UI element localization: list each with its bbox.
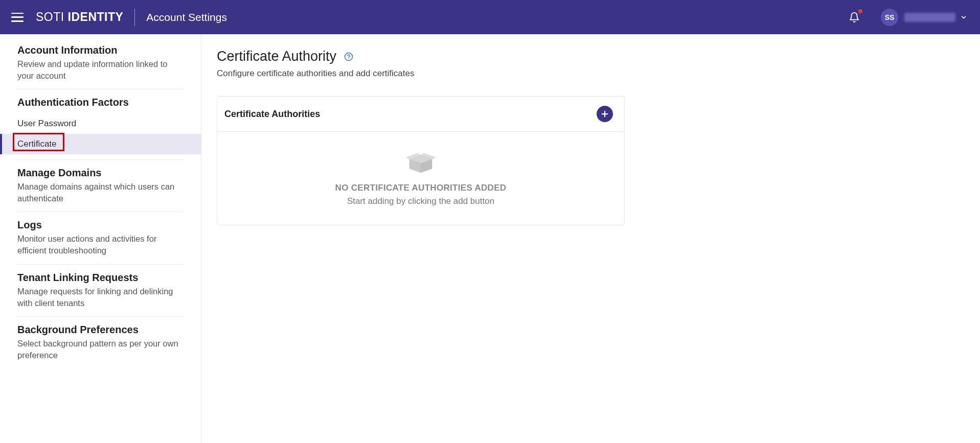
sidebar-item-tenant-linking-requests[interactable]: Tenant Linking Requests Manage requests … xyxy=(17,265,184,317)
logo-prefix: SOTI xyxy=(36,10,68,24)
sidebar: Account Information Review and update in… xyxy=(0,34,201,443)
sidebar-item-background-preferences[interactable]: Background Preferences Select background… xyxy=(17,317,184,368)
add-certificate-authority-button[interactable] xyxy=(597,106,613,122)
app-logo[interactable]: SOTI IDENTITY xyxy=(36,10,123,24)
sidebar-item-title: Background Preferences xyxy=(17,324,184,336)
logo-bold: IDENTITY xyxy=(68,10,124,24)
page-subtitle: Configure certificate authorities and ad… xyxy=(217,68,980,79)
sidebar-item-desc: Review and update information linked to … xyxy=(17,58,184,82)
certificate-authorities-card: Certificate Authorities xyxy=(217,96,625,225)
notification-dot xyxy=(858,9,862,13)
empty-state-title: NO CERTIFICATE AUTHORITIES ADDED xyxy=(227,183,614,193)
sidebar-item-label: Certificate xyxy=(17,139,57,149)
app-header: SOTI IDENTITY Account Settings SS xyxy=(0,0,980,34)
sidebar-item-account-information[interactable]: Account Information Review and update in… xyxy=(17,43,184,89)
avatar[interactable]: SS xyxy=(881,9,898,26)
avatar-initials: SS xyxy=(885,13,895,21)
sidebar-item-manage-domains[interactable]: Manage Domains Manage domains against wh… xyxy=(17,160,184,212)
header-divider xyxy=(134,9,135,26)
user-menu-toggle[interactable] xyxy=(960,13,968,21)
active-accent-bar xyxy=(0,134,2,154)
empty-box-icon xyxy=(405,149,436,174)
notifications-button[interactable] xyxy=(847,10,861,25)
help-button[interactable] xyxy=(344,52,354,62)
plus-icon xyxy=(600,109,609,119)
sidebar-item-title: Account Information xyxy=(17,44,184,56)
menu-icon[interactable] xyxy=(11,13,24,22)
sidebar-item-desc: Manage domains against which users can a… xyxy=(17,181,184,204)
card-header: Certificate Authorities xyxy=(217,97,624,132)
sidebar-item-certificate[interactable]: Certificate xyxy=(17,134,184,154)
sidebar-group-title: Authentication Factors xyxy=(17,97,184,108)
empty-state-subtitle: Start adding by clicking the add button xyxy=(227,196,614,206)
sidebar-item-title: Manage Domains xyxy=(17,167,184,179)
sidebar-group-authentication-factors: Authentication Factors xyxy=(17,89,184,113)
chevron-down-icon xyxy=(960,14,967,21)
sidebar-item-logs[interactable]: Logs Monitor user actions and activities… xyxy=(17,212,184,264)
header-title: Account Settings xyxy=(146,11,227,24)
help-icon xyxy=(344,52,353,61)
sidebar-item-label: User Password xyxy=(17,119,76,128)
sidebar-item-desc: Manage requests for linking and delinkin… xyxy=(17,286,184,309)
sidebar-item-title: Logs xyxy=(17,219,184,231)
page-title: Certificate Authority xyxy=(217,49,336,64)
card-empty-state: NO CERTIFICATE AUTHORITIES ADDED Start a… xyxy=(217,132,624,225)
main-content: Certificate Authority Configure certific… xyxy=(201,34,980,443)
sidebar-item-user-password[interactable]: User Password xyxy=(17,113,184,134)
sidebar-item-desc: Monitor user actions and activities for … xyxy=(17,233,184,257)
card-title: Certificate Authorities xyxy=(224,109,320,120)
sidebar-item-desc: Select background pattern as per your ow… xyxy=(17,338,184,361)
bell-icon xyxy=(849,11,860,24)
sidebar-item-title: Tenant Linking Requests xyxy=(17,272,184,284)
user-name-blurred xyxy=(904,13,955,22)
